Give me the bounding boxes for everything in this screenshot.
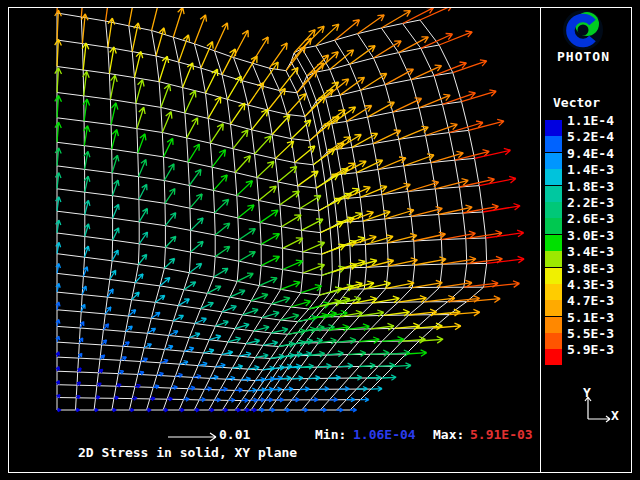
vector-arrow — [112, 130, 119, 150]
vector-arrow — [189, 169, 201, 185]
vector-arrow — [185, 91, 196, 114]
vector-arrow — [57, 408, 61, 412]
vector-arrow — [215, 199, 229, 213]
vector-arrow — [113, 204, 120, 218]
vector-arrow — [187, 118, 198, 138]
vector-arrow — [280, 191, 299, 205]
vector-arrow — [109, 47, 116, 74]
vector-arrow — [162, 112, 172, 133]
vector-arrow — [261, 256, 279, 265]
vector-arrow — [56, 381, 59, 385]
vector-arrow — [280, 68, 298, 91]
vector-arrow — [257, 162, 274, 178]
vector-arrow — [194, 15, 206, 44]
vector-arrow — [239, 252, 256, 262]
legend-swatch — [545, 300, 562, 316]
vector-arrow — [55, 148, 61, 166]
vector-arrow — [214, 175, 228, 191]
vector-arrow — [164, 138, 174, 157]
vector-arrow — [312, 89, 334, 109]
vector-arrow — [56, 197, 61, 212]
legend-swatch — [545, 202, 562, 218]
vector-arrow — [234, 30, 249, 57]
vector-arrow — [327, 137, 351, 152]
vector-arrow — [235, 156, 250, 173]
vector-arrow — [321, 143, 344, 159]
brand-name: PHOTON — [557, 49, 610, 64]
legend-swatch — [545, 284, 562, 300]
legend-value: 3.8E-3 — [567, 261, 614, 276]
legend-swatch — [545, 218, 562, 234]
vector-arrow — [208, 97, 221, 119]
vector-arrow — [55, 68, 62, 93]
vector-arrow — [85, 200, 90, 214]
vector-arrow — [188, 144, 199, 162]
vector-arrow — [173, 7, 184, 37]
vector-arrow — [255, 136, 272, 154]
vector-arrow — [55, 10, 62, 40]
legend-swatch — [545, 349, 562, 365]
vector-arrow — [152, 0, 162, 31]
vector-arrow — [139, 208, 147, 222]
vector-arrow — [373, 296, 399, 303]
vector-arrow — [325, 169, 348, 183]
vector-arrow — [322, 110, 345, 127]
legend-value: 3.0E-3 — [567, 228, 614, 243]
x-axis-label: X — [611, 408, 619, 423]
plot-title: 2D Stress in solid, XY plane — [78, 445, 297, 460]
vector-arrow — [81, 14, 88, 44]
vector-arrow — [275, 141, 293, 159]
vector-arrow — [302, 26, 324, 49]
vector-arrow — [301, 285, 322, 293]
vector-arrow — [238, 205, 254, 218]
vector-arrow — [110, 75, 117, 99]
vector-arrow — [161, 84, 171, 107]
vector-arrow — [260, 210, 278, 222]
vector-arrow — [164, 259, 174, 269]
vector-arrow — [252, 37, 268, 63]
vector-arrow — [222, 49, 236, 75]
vector-arrow — [283, 238, 303, 248]
vector-arrow — [56, 367, 60, 372]
vector-arrow — [112, 250, 118, 261]
legend-value: 9.4E-4 — [567, 146, 614, 161]
vector-arrow — [233, 130, 248, 149]
legend-entry: 5.9E-3 — [545, 349, 614, 365]
max-label: Max: — [433, 427, 464, 442]
vector-arrow — [386, 281, 414, 289]
legend-value: 4.7E-3 — [567, 293, 614, 308]
vector-arrow — [237, 181, 253, 196]
vector-arrow — [239, 229, 256, 240]
vector-arrow — [96, 396, 100, 400]
vector-arrow — [138, 254, 146, 264]
vector-arrow — [214, 268, 228, 277]
vector-arrow — [165, 213, 175, 226]
vector-arrow — [283, 260, 303, 269]
vector-arrow — [322, 266, 345, 275]
legend-value: 5.9E-3 — [567, 342, 614, 357]
legend-value: 5.5E-3 — [567, 326, 614, 341]
vector-arrow — [137, 107, 145, 128]
vector-arrow — [138, 134, 146, 153]
legend-value: 1.8E-3 — [567, 179, 614, 194]
vector-arrow — [248, 83, 264, 106]
vector-arrow — [272, 115, 290, 135]
max-value: 5.91E-03 — [470, 427, 533, 442]
vector-arrow — [412, 280, 442, 287]
vector-arrow — [108, 18, 115, 47]
vector-arrow — [165, 189, 175, 204]
legend-value: 4.3E-3 — [567, 277, 614, 292]
vector-arrow — [159, 56, 169, 81]
legend-swatch — [545, 333, 562, 349]
vector-arrow — [398, 296, 426, 303]
vector-arrow — [55, 122, 61, 142]
legend-title: Vector — [553, 95, 600, 110]
vector-arrow — [56, 352, 60, 357]
vector-field-plot — [0, 0, 640, 480]
vector-arrow — [183, 63, 194, 88]
vector-arrow — [164, 164, 174, 181]
vector-arrow — [278, 167, 297, 183]
vector-arrow — [215, 223, 230, 235]
vector-arrow — [328, 193, 352, 205]
legend-value: 2.2E-3 — [567, 195, 614, 210]
